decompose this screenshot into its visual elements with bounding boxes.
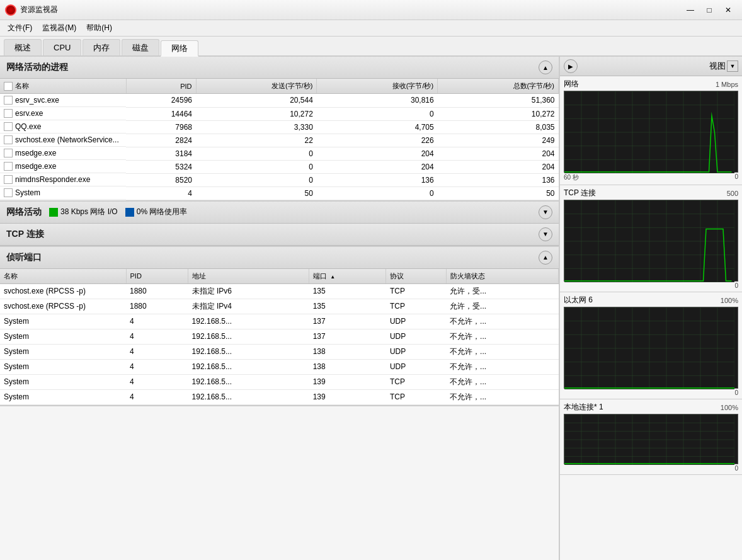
process-row[interactable]: msedge.exe 5324 0 204 204 [0, 160, 559, 173]
tab-disk[interactable]: 磁盘 [122, 39, 159, 55]
col-pid[interactable]: PID [126, 79, 196, 94]
tcp-section-header[interactable]: TCP 连接 ▼ [0, 224, 559, 246]
process-row[interactable]: QQ.exe 7968 3,330 4,705 8,035 [0, 120, 559, 134]
right-nav-button[interactable]: ▶ [564, 59, 578, 73]
network-activity-toggle[interactable]: ▼ [539, 205, 552, 219]
listen-row[interactable]: System 4 192.168.5... 138 UDP 不允许，... [0, 344, 559, 359]
process-checkbox[interactable] [4, 96, 13, 105]
listen-col-port[interactable]: 端口 ▲ [309, 269, 386, 284]
process-total: 50 [438, 186, 559, 200]
listen-addr: 192.168.5... [188, 359, 309, 374]
process-section-header[interactable]: 网络活动的进程 ▲ [0, 57, 559, 79]
listen-proto: TCP [386, 283, 446, 299]
chart-canvas-network [564, 91, 734, 173]
process-checkbox[interactable] [4, 149, 13, 157]
menu-help[interactable]: 帮助(H) [81, 21, 117, 35]
listen-addr: 192.168.5... [188, 389, 309, 404]
listen-section-toggle[interactable]: ▲ [539, 251, 552, 265]
listen-col-fw[interactable]: 防火墙状态 [446, 269, 558, 284]
tab-memory[interactable]: 内存 [83, 39, 120, 55]
process-row[interactable]: esrv.exe 14464 10,272 0 10,272 [0, 107, 559, 120]
process-pid: 24596 [126, 94, 196, 108]
col-recv[interactable]: 接收(字节/秒) [317, 79, 438, 94]
menu-file[interactable]: 文件(F) [3, 21, 37, 35]
tab-overview[interactable]: 概述 [4, 39, 42, 55]
listen-row[interactable]: System 4 192.168.5... 139 TCP 不允许，... [0, 389, 559, 404]
process-recv: 204 [317, 147, 438, 160]
chart-canvas-local [564, 414, 734, 465]
chart-header-local: 本地连接* 1 100% [564, 402, 738, 413]
process-checkbox[interactable] [4, 109, 13, 118]
listen-row[interactable]: svchost.exe (RPCSS -p) 1880 未指定 IPv4 135… [0, 299, 559, 314]
col-total[interactable]: 总数(字节/秒) [438, 79, 559, 94]
listen-port: 137 [309, 314, 386, 329]
select-all-checkbox[interactable] [4, 82, 13, 91]
process-row[interactable]: msedge.exe 3184 0 204 204 [0, 147, 559, 160]
listen-proto: TCP [386, 389, 446, 404]
listen-section-header[interactable]: 侦听端口 ▲ [0, 247, 559, 269]
left-panel: 网络活动的进程 ▲ 名称 PID 发送(字节/秒) 接收(字节/秒 [0, 57, 559, 560]
chart-canvas-tcp [564, 200, 734, 282]
process-checkbox[interactable] [4, 162, 13, 171]
process-recv: 226 [317, 134, 438, 147]
network-io-text: 38 Kbps 网络 I/O [60, 207, 118, 217]
chart-footer-ethernet6: 0 [564, 389, 738, 396]
listen-col-addr[interactable]: 地址 [188, 269, 309, 284]
listen-addr: 192.168.5... [188, 374, 309, 389]
process-checkbox[interactable] [4, 188, 13, 197]
chart-header-tcp: TCP 连接 500 [564, 188, 738, 198]
network-activity-bar[interactable]: 网络活动 38 Kbps 网络 I/O 0% 网络使用率 ▼ [0, 202, 559, 224]
process-row[interactable]: System 4 50 0 50 [0, 186, 559, 200]
process-checkbox[interactable] [4, 135, 13, 144]
tab-network[interactable]: 网络 [161, 40, 198, 57]
listen-fw: 不允许，... [446, 329, 558, 344]
process-pid: 7968 [126, 120, 196, 134]
process-row[interactable]: nimdnsResponder.exe 8520 0 136 136 [0, 173, 559, 186]
chart-label-tcp: TCP 连接 [564, 188, 596, 198]
view-dropdown-button[interactable]: ▼ [727, 60, 738, 72]
listen-addr: 未指定 IPv6 [188, 283, 309, 299]
tcp-section-toggle[interactable]: ▼ [539, 227, 552, 241]
listen-col-name[interactable]: 名称 [0, 269, 126, 284]
network-usage-text: 0% 网络使用率 [137, 207, 188, 217]
minimize-button[interactable]: — [682, 3, 699, 17]
process-total: 136 [438, 173, 559, 186]
maximize-button[interactable]: □ [700, 3, 718, 17]
menu-monitor[interactable]: 监视器(M) [37, 21, 81, 35]
menu-bar: 文件(F) 监视器(M) 帮助(H) [0, 20, 742, 37]
process-sent: 50 [196, 186, 317, 200]
listen-pid: 4 [126, 344, 188, 359]
listen-row[interactable]: System 4 192.168.5... 137 UDP 不允许，... [0, 329, 559, 344]
process-recv: 204 [317, 160, 438, 173]
chart-canvas-container-local [564, 414, 738, 464]
process-pid: 14464 [126, 107, 196, 120]
close-button[interactable]: ✕ [719, 3, 737, 17]
process-recv: 136 [317, 173, 438, 186]
listen-proto: UDP [386, 329, 446, 344]
listen-port: 137 [309, 329, 386, 344]
tab-cpu[interactable]: CPU [43, 39, 81, 55]
listen-row[interactable]: System 4 192.168.5... 139 TCP 不允许，... [0, 374, 559, 389]
network-activity-title: 网络活动 [6, 207, 42, 218]
process-row[interactable]: esrv_svc.exe 24596 20,544 30,816 51,360 [0, 94, 559, 108]
listen-row[interactable]: svchost.exe (RPCSS -p) 1880 未指定 IPv6 135… [0, 283, 559, 299]
process-name-cell: nimdnsResponder.exe [0, 173, 126, 186]
chart-footer-network: 60 秒 0 [564, 173, 738, 182]
col-sent[interactable]: 发送(字节/秒) [196, 79, 317, 94]
listen-fw: 允许，受... [446, 283, 558, 299]
process-row[interactable]: svchost.exe (NetworkService... 2824 22 2… [0, 134, 559, 147]
tcp-section-title: TCP 连接 [6, 229, 44, 240]
right-view-label: 视图 [709, 60, 726, 72]
app-title: 资源监视器 [20, 4, 58, 15]
listen-row[interactable]: System 4 192.168.5... 138 UDP 不允许，... [0, 359, 559, 374]
process-sent: 10,272 [196, 107, 317, 120]
listen-col-pid[interactable]: PID [126, 269, 188, 284]
process-checkbox[interactable] [4, 122, 13, 131]
listen-col-proto[interactable]: 协议 [386, 269, 446, 284]
process-checkbox[interactable] [4, 175, 13, 184]
chart-value-tcp: 500 [727, 190, 738, 197]
chart-label-local: 本地连接* 1 [564, 402, 603, 413]
process-section-toggle[interactable]: ▲ [539, 60, 552, 74]
process-name: msedge.exe [15, 149, 56, 157]
listen-row[interactable]: System 4 192.168.5... 137 UDP 不允许，... [0, 314, 559, 329]
